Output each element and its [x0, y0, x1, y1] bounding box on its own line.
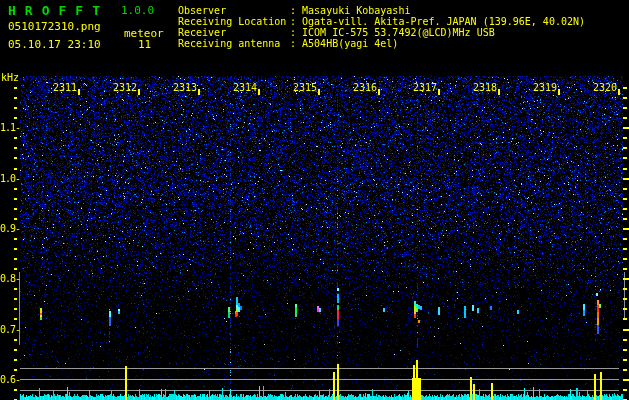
freq-tick-right [623, 218, 627, 220]
hrofft-window: HROFFT 1.0.0 0510172310.png meteor 05.10… [0, 0, 629, 400]
freq-tick-right [623, 198, 627, 200]
info-value: ICOM IC-575 53.7492(@LCD)MHz USB [302, 27, 495, 38]
freq-tick-right [623, 168, 627, 170]
freq-tick-right [623, 359, 627, 361]
freq-tick-right [623, 238, 627, 240]
freq-tick-right [623, 208, 627, 210]
freq-tick-left [14, 339, 17, 341]
freq-tick-right [623, 318, 627, 320]
freq-tick-right [623, 389, 627, 391]
time-tick-label: 2316 [351, 82, 379, 93]
minute-tick [558, 89, 560, 95]
freq-tick-right [623, 248, 627, 250]
freq-tick-right [623, 369, 627, 371]
freq-tick-left [14, 137, 17, 139]
freq-tick-left [14, 349, 17, 351]
minute-tick [138, 89, 140, 95]
info-value: Masayuki Kobayashi [302, 5, 410, 16]
info-colon: : [290, 5, 302, 16]
freq-tick-left [14, 87, 17, 89]
freq-tick-right [623, 127, 629, 129]
freq-tick-left [14, 248, 17, 250]
info-row: Receiver: ICOM IC-575 53.7492(@LCD)MHz U… [178, 27, 585, 38]
app-title: HROFFT [8, 3, 109, 18]
freq-tick-right [623, 339, 627, 341]
freq-tick-right [623, 87, 627, 89]
minute-tick [378, 89, 380, 95]
info-row: Observer: Masayuki Kobayashi [178, 5, 585, 16]
time-tick-label: 2314 [231, 82, 259, 93]
freq-tick-right [623, 188, 627, 190]
freq-tick-right [623, 308, 627, 310]
freq-tick-left [14, 97, 17, 99]
info-colon: : [290, 27, 302, 38]
freq-tick-left [14, 389, 17, 391]
meteor-count: 11 [138, 38, 151, 51]
freq-tick-left [14, 268, 17, 270]
freq-tick-label: 0.8- [0, 273, 20, 284]
minute-tick [498, 89, 500, 95]
info-value: Ogata-vill. Akita-Pref. JAPAN (139.96E, … [302, 16, 585, 27]
freq-tick-left [14, 318, 17, 320]
freq-tick-label: 0.9- [0, 223, 20, 234]
freq-tick-right [623, 107, 627, 109]
info-label: Receiver [178, 27, 290, 38]
freq-tick-left [14, 218, 17, 220]
freq-tick-left [14, 308, 17, 310]
freq-tick-left [14, 258, 17, 260]
freq-tick-left [14, 359, 17, 361]
freq-tick-right [623, 288, 627, 290]
freq-tick-right [623, 147, 627, 149]
freq-tick-left [14, 298, 17, 300]
freq-tick-left [14, 288, 17, 290]
time-tick-label: 2313 [171, 82, 199, 93]
info-row: Receiving Location: Ogata-vill. Akita-Pr… [178, 16, 585, 27]
time-tick-label: 2319 [531, 82, 559, 93]
freq-tick-left [14, 198, 17, 200]
spectrogram-canvas [0, 0, 629, 400]
freq-axis-unit-label: kHz [1, 72, 19, 83]
info-label: Observer [178, 5, 290, 16]
info-label: Receiving Location [178, 16, 290, 27]
time-tick-label: 2317 [411, 82, 439, 93]
freq-tick-right [623, 349, 627, 351]
info-label: Receiving antenna [178, 38, 290, 49]
station-info-block: Observer: Masayuki KobayashiReceiving Lo… [178, 5, 585, 49]
minute-tick [438, 89, 440, 95]
freq-tick-left [14, 107, 17, 109]
minute-tick [198, 89, 200, 95]
freq-tick-label: 1.1- [0, 122, 20, 133]
time-tick-label: 2318 [471, 82, 499, 93]
time-tick-label: 2320 [591, 82, 619, 93]
freq-tick-label: 0.6- [0, 374, 20, 385]
freq-tick-left [14, 157, 17, 159]
freq-tick-right [623, 137, 627, 139]
datetime-label: 05.10.17 23:10 [8, 38, 101, 51]
freq-tick-right [623, 157, 627, 159]
minute-tick [258, 89, 260, 95]
minute-tick [618, 89, 620, 95]
freq-tick-right [623, 278, 629, 280]
app-version: 1.0.0 [121, 4, 154, 17]
freq-tick-right [623, 178, 629, 180]
freq-tick-label: 1.0- [0, 173, 20, 184]
info-colon: : [290, 38, 302, 49]
info-colon: : [290, 16, 302, 27]
freq-tick-right [623, 228, 629, 230]
output-filename: 0510172310.png [8, 20, 101, 33]
freq-tick-label: 0.7- [0, 324, 20, 335]
freq-tick-right [623, 97, 627, 99]
freq-tick-left [14, 208, 17, 210]
freq-tick-left [14, 369, 17, 371]
freq-tick-right [623, 329, 629, 331]
freq-tick-left [14, 238, 17, 240]
freq-tick-left [14, 147, 17, 149]
time-tick-label: 2315 [291, 82, 319, 93]
time-tick-label: 2312 [111, 82, 139, 93]
freq-tick-right [623, 379, 629, 381]
freq-tick-left [14, 188, 17, 190]
minute-tick [78, 89, 80, 95]
freq-tick-right [623, 258, 627, 260]
info-row: Receiving antenna: A504HB(yagi 4el) [178, 38, 585, 49]
freq-tick-right [623, 298, 627, 300]
